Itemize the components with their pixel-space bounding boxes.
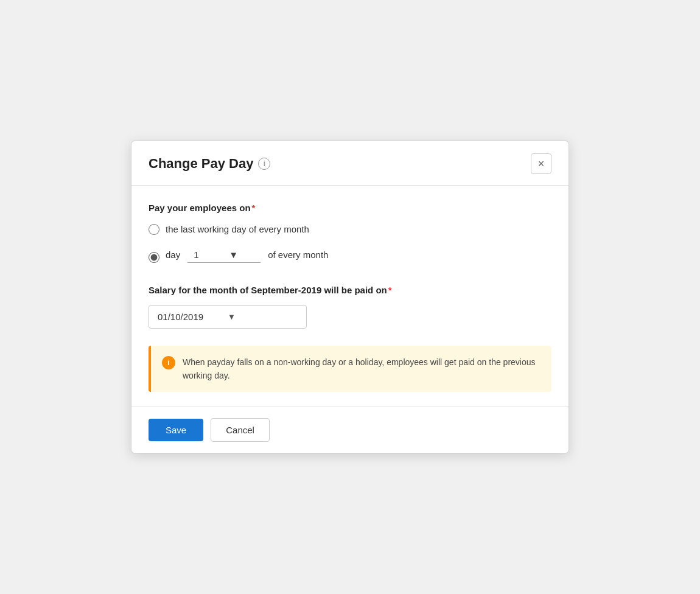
salary-label: Salary for the month of September-2019 w… bbox=[149, 285, 551, 295]
specific-day-radio[interactable] bbox=[149, 252, 159, 263]
salary-date-dropdown-arrow-icon: ▼ bbox=[228, 312, 298, 321]
pay-employees-label: Pay your employees on* bbox=[149, 203, 551, 213]
day-row: day 1 ▼ of every month bbox=[166, 247, 328, 263]
dialog-title: Change Pay Day bbox=[149, 156, 253, 172]
day-label[interactable]: day bbox=[166, 250, 180, 260]
info-banner: i When payday falls on a non-working day… bbox=[149, 346, 551, 393]
last-working-day-option[interactable]: the last working day of every month bbox=[149, 224, 551, 235]
dialog-title-row: Change Pay Day i bbox=[149, 156, 270, 172]
close-button[interactable]: × bbox=[531, 153, 551, 174]
specific-day-option[interactable]: day 1 ▼ of every month bbox=[149, 247, 551, 268]
dialog-body: Pay your employees on* the last working … bbox=[131, 186, 569, 407]
info-banner-text: When payday falls on a non-working day o… bbox=[183, 355, 541, 383]
dialog-header: Change Pay Day i × bbox=[131, 141, 569, 186]
day-number-value: 1 bbox=[191, 250, 222, 260]
change-pay-day-dialog: Change Pay Day i × Pay your employees on… bbox=[131, 141, 569, 454]
close-icon: × bbox=[538, 158, 545, 169]
salary-date-dropdown[interactable]: 01/10/2019 ▼ bbox=[149, 305, 307, 329]
info-banner-icon: i bbox=[162, 356, 175, 369]
last-working-day-label[interactable]: the last working day of every month bbox=[166, 224, 309, 234]
title-info-icon[interactable]: i bbox=[258, 158, 270, 170]
last-working-day-radio[interactable] bbox=[149, 224, 159, 235]
day-dropdown-arrow-icon: ▼ bbox=[226, 250, 257, 260]
dialog-footer: Save Cancel bbox=[131, 407, 569, 453]
save-button[interactable]: Save bbox=[149, 419, 203, 441]
cancel-button[interactable]: Cancel bbox=[211, 418, 270, 442]
of-every-month-text: of every month bbox=[268, 250, 328, 260]
salary-date-value: 01/10/2019 bbox=[158, 312, 228, 322]
salary-section: Salary for the month of September-2019 w… bbox=[149, 285, 551, 329]
day-number-dropdown[interactable]: 1 ▼ bbox=[187, 247, 261, 263]
